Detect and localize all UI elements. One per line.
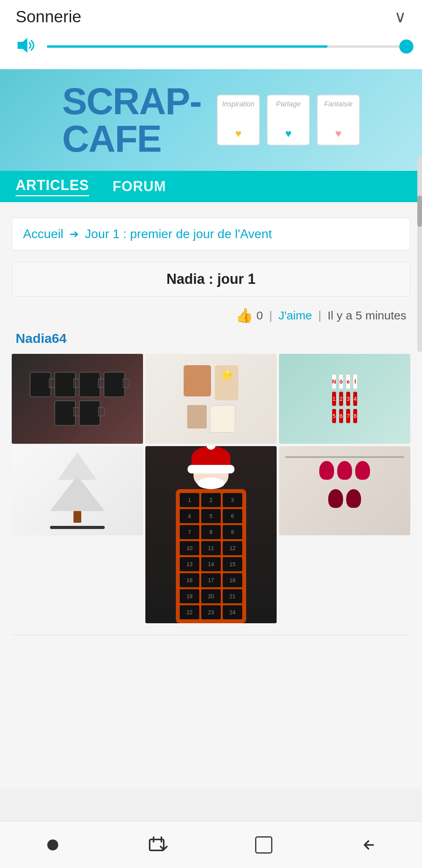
scrollbar-thumb[interactable]: [417, 195, 422, 227]
breadcrumb-arrow-icon: ➔: [70, 228, 79, 240]
hero-banner: SCRAP- CAFE Inspiration ♥ Partage ♥ Fant…: [0, 69, 422, 171]
volume-slider[interactable]: [47, 45, 406, 48]
hero-cards: Inspiration ♥ Partage ♥ Fantaisie ♥: [217, 95, 360, 145]
author-name[interactable]: Nadia64: [12, 331, 410, 346]
jaime-link[interactable]: J'aime: [279, 309, 312, 322]
volume-row: [0, 31, 422, 69]
content-divider: [12, 635, 410, 635]
tab-articles[interactable]: ARTICLES: [16, 177, 89, 196]
sonnerie-bar: Sonnerie ∨: [0, 0, 422, 31]
volume-icon: [16, 35, 36, 58]
back-arrow-icon: [358, 834, 381, 856]
card-label-inspiration: Inspiration: [222, 100, 254, 108]
like-button[interactable]: 👍 0: [236, 307, 263, 324]
image-advent-calendar[interactable]: N ö e l 1 2 3 4 5 6 7 8: [279, 354, 410, 444]
nav-overview-button[interactable]: [248, 829, 279, 861]
like-count: 0: [256, 309, 263, 322]
image-mugs[interactable]: [12, 354, 143, 444]
meta-separator: |: [269, 309, 272, 322]
nav-tabs: ARTICLES FORUM: [0, 171, 422, 202]
post-time: Il y a 5 minutes: [327, 309, 406, 322]
overview-rect-icon: [255, 836, 272, 854]
home-dot-icon: [47, 839, 58, 850]
hero-card-fantaisie: Fantaisie ♥: [317, 95, 360, 145]
recent-icon: [147, 834, 170, 856]
site-logo-text: SCRAP- CAFE: [62, 82, 201, 158]
image-santa[interactable]: 1 2 3 4 5 6 7 8 9 10 11 12 13 14 15 16 1: [145, 446, 277, 623]
chevron-down-icon[interactable]: ∨: [394, 7, 406, 26]
breadcrumb: Accueil ➔ Jour 1 : premier de jour de l'…: [12, 218, 410, 250]
breadcrumb-home-link[interactable]: Accueil: [23, 227, 63, 241]
card-label-partage: Partage: [276, 100, 300, 108]
heart-icon-teal: ♥: [285, 127, 292, 140]
sonnerie-title: Sonnerie: [16, 7, 81, 26]
svg-marker-0: [18, 38, 27, 53]
heart-icon-yellow: ♥: [235, 127, 242, 140]
thumbs-up-icon: 👍: [236, 307, 253, 324]
card-label-fantaisie: Fantaisie: [324, 100, 352, 108]
post-title-box: Nadia : jour 1: [12, 262, 410, 296]
tab-forum[interactable]: FORUM: [113, 178, 166, 195]
image-tree[interactable]: [12, 446, 143, 535]
image-grid: ⭐ N ö e l 1 2 3 4: [12, 354, 410, 623]
breadcrumb-current: Jour 1 : premier de jour de l'Avent: [85, 227, 272, 241]
heart-icon-pink: ♥: [335, 127, 342, 140]
image-glitter[interactable]: [279, 446, 410, 535]
nav-back-button[interactable]: [354, 829, 385, 861]
nav-recent-button[interactable]: [143, 829, 174, 861]
hero-card-partage: Partage ♥: [267, 95, 310, 145]
meta-separator-2: |: [318, 309, 321, 322]
post-title: Nadia : jour 1: [166, 271, 256, 287]
main-content: Accueil ➔ Jour 1 : premier de jour de l'…: [0, 202, 422, 789]
bottom-nav: [0, 821, 422, 868]
image-gifts[interactable]: ⭐: [145, 354, 277, 444]
nav-home-button[interactable]: [37, 829, 68, 861]
post-meta: 👍 0 | J'aime | Il y a 5 minutes: [12, 307, 410, 324]
hero-card-inspiration: Inspiration ♥: [217, 95, 260, 145]
scrollbar[interactable]: [417, 156, 422, 352]
